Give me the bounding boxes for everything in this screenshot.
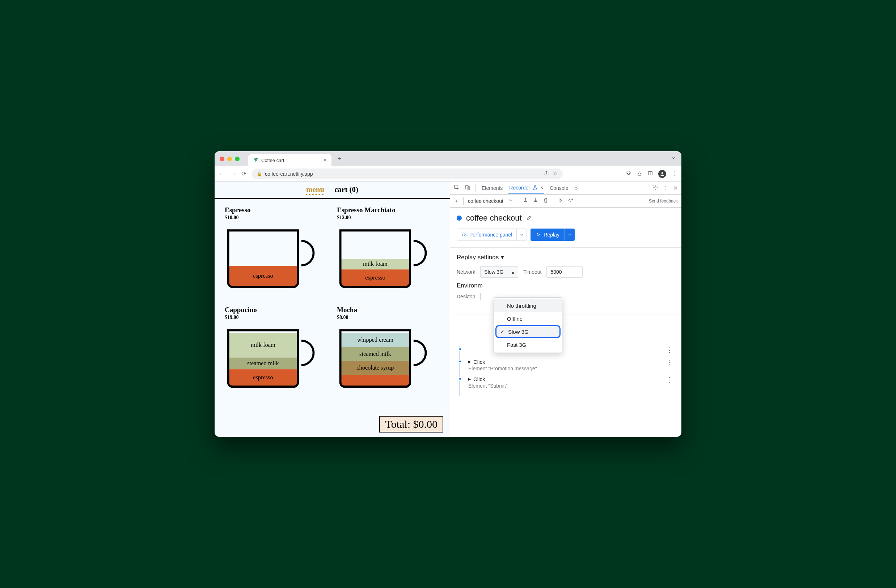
product-cup-icon: espresso [225, 223, 319, 296]
svg-point-1 [661, 172, 663, 174]
lock-icon: 🔒 [257, 172, 262, 176]
product-card[interactable]: Mocha $8.00 chocolate syrupsteamed milkw… [337, 306, 434, 396]
product-grid: Espresso $10.00 espresso Espresso Macchi… [215, 199, 450, 403]
recorder-body: coffee checkout Performance panel [450, 208, 681, 437]
side-panel-icon[interactable] [648, 170, 653, 178]
replay-dropdown[interactable] [565, 229, 574, 241]
export-icon[interactable] [523, 198, 528, 204]
step-action: Click [473, 359, 485, 365]
kebab-menu-icon[interactable]: ⋮ [671, 170, 677, 177]
tab-title: Coffee cart [261, 158, 284, 163]
recording-title: coffee checkout [466, 213, 522, 223]
new-tab-button[interactable]: + [337, 155, 341, 163]
timeout-input[interactable]: 5000 [546, 266, 583, 278]
step-over-icon[interactable] [568, 198, 574, 204]
network-throttle-dropdown: No throttlingOffline✓Slow 3GFast 3G [494, 297, 562, 353]
recorder-step[interactable]: ⋮ [457, 344, 675, 356]
svg-text:whipped cream: whipped cream [357, 336, 394, 343]
replay-settings-header[interactable]: Replay settings ▾ [457, 254, 675, 261]
profile-avatar-icon[interactable] [658, 170, 666, 178]
webpage: menu cart (0) Espresso $10.00 espresso E… [215, 182, 450, 437]
maximize-window-icon[interactable] [235, 156, 239, 161]
tab-more[interactable]: » [574, 182, 579, 194]
window-dropdown-icon[interactable] [670, 155, 677, 163]
product-card[interactable]: Cappucino $19.00 espressosteamed milkmil… [225, 306, 322, 396]
recording-title-row: coffee checkout [457, 213, 675, 223]
recorder-step[interactable]: ▸Click Element "Submit" ⋮ [457, 374, 675, 391]
divider [450, 247, 681, 248]
nav-menu-link[interactable]: menu [306, 185, 324, 195]
recording-selector[interactable]: coffee checkout [468, 198, 503, 204]
bookmark-icon[interactable]: ☆ [553, 170, 558, 177]
vue-favicon-icon [253, 158, 258, 163]
devtools-close-icon[interactable]: ✕ [674, 185, 678, 191]
step-target: Element "Promotion message" [468, 366, 659, 371]
tab-elements[interactable]: Elements [481, 182, 503, 194]
product-card[interactable]: Espresso $10.00 espresso [225, 206, 322, 296]
svg-text:milk foam: milk foam [363, 260, 387, 267]
nav-cart-link[interactable]: cart (0) [334, 185, 358, 195]
recorder-step[interactable]: ▸Click Element "Promotion message" ⋮ [457, 356, 675, 374]
content-split: menu cart (0) Espresso $10.00 espresso E… [215, 182, 681, 437]
browser-tab[interactable]: Coffee cart × [248, 154, 331, 166]
product-price: $10.00 [225, 215, 322, 220]
forward-button[interactable]: → [230, 170, 236, 178]
action-buttons: Performance panel Replay [457, 229, 675, 241]
close-window-icon[interactable] [219, 156, 224, 161]
address-bar[interactable]: 🔒 coffee-cart.netlify.app ☆ [251, 169, 563, 179]
labs-icon [532, 185, 538, 191]
devtools-kebab-icon[interactable]: ⋮ [663, 185, 668, 191]
throttle-option[interactable]: Offline [494, 312, 562, 325]
settings-gear-icon[interactable] [652, 184, 658, 191]
product-name: Espresso Macchiato [337, 206, 434, 214]
inspect-icon[interactable] [454, 184, 460, 191]
svg-text:espresso: espresso [365, 274, 385, 281]
tab-close-icon[interactable]: × [540, 185, 543, 191]
replay-button[interactable]: Replay [530, 229, 565, 241]
performance-panel-button[interactable]: Performance panel [457, 229, 517, 241]
edit-icon[interactable] [526, 213, 532, 223]
total-box[interactable]: Total: $0.00 [379, 416, 443, 433]
product-price: $12.00 [337, 215, 434, 220]
svg-text:steamed milk: steamed milk [247, 360, 279, 367]
throttle-option[interactable]: Fast 3G [494, 338, 562, 351]
expand-icon[interactable]: ▸ [468, 359, 471, 365]
step-kebab-icon[interactable]: ⋮ [664, 359, 675, 371]
minimize-window-icon[interactable] [227, 156, 232, 161]
network-select[interactable]: Slow 3G ▴ [480, 266, 518, 278]
throttle-option[interactable]: ✓Slow 3G [495, 325, 561, 338]
browser-window: Coffee cart × + ← → ⟳ 🔒 coffee-cart.netl… [215, 151, 681, 437]
option-label: Fast 3G [507, 342, 526, 348]
svg-text:espresso: espresso [253, 374, 273, 381]
reload-button[interactable]: ⟳ [241, 170, 247, 178]
performance-panel-dropdown[interactable] [517, 229, 527, 241]
import-icon[interactable] [533, 198, 538, 204]
product-name: Mocha [337, 306, 434, 314]
back-button[interactable]: ← [219, 170, 225, 178]
throttle-option[interactable]: No throttling [494, 299, 562, 312]
window-controls [219, 156, 239, 161]
tab-console[interactable]: Console [549, 182, 569, 194]
chevron-down-icon[interactable] [508, 198, 514, 204]
step-action: Click [473, 376, 485, 382]
delete-icon[interactable] [543, 198, 549, 204]
step-icon[interactable] [558, 198, 564, 204]
url-text: coffee-cart.netlify.app [265, 171, 313, 177]
tab-recorder[interactable]: Recorder × [509, 182, 544, 194]
extensions-icon[interactable] [626, 170, 631, 178]
send-feedback-link[interactable]: Send feedback [649, 199, 678, 204]
svg-point-24 [655, 187, 656, 188]
network-row: Network Slow 3G ▴ Timeout 5000 [457, 266, 675, 278]
expand-icon[interactable]: ▸ [468, 376, 471, 382]
device-mode-icon[interactable] [465, 184, 471, 191]
step-kebab-icon[interactable]: ⋮ [664, 376, 675, 389]
labs-icon[interactable] [637, 170, 642, 178]
step-kebab-icon[interactable]: ⋮ [664, 346, 675, 354]
new-recording-icon[interactable]: ＋ [454, 198, 459, 204]
product-card[interactable]: Espresso Macchiato $12.00 espressomilk f… [337, 206, 434, 296]
tab-close-icon[interactable]: × [323, 157, 326, 163]
network-label: Network [457, 269, 475, 275]
recorder-toolbar: ＋ coffee checkout Send feedback [450, 194, 681, 208]
share-icon[interactable] [544, 170, 549, 177]
svg-text:milk foam: milk foam [251, 341, 275, 348]
